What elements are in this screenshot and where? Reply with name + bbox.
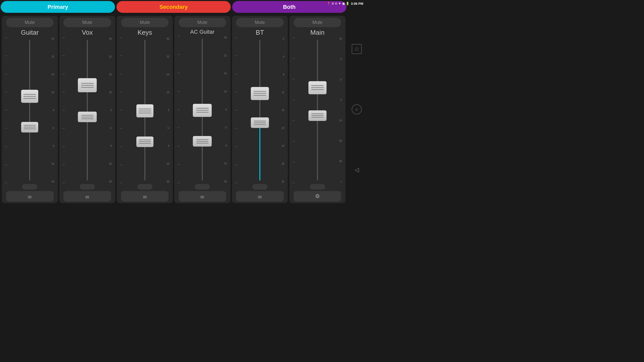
fader-handle-main-1[interactable]	[308, 81, 327, 94]
channel-bottom-guitar: ⚌	[3, 184, 56, 202]
channel-bottom-ac-guitar: ⚌	[176, 184, 229, 202]
channel-name-ac-guitar: AC Guitar	[190, 29, 215, 35]
mixer-area: Mute Guitar 40 32 24 16 8 U 8 16 30	[0, 14, 347, 205]
scale-main: 10 5 U 5 10 20 40 ∞	[339, 37, 342, 183]
fader-area-bt: U 4 8 12 16 20 24 28 32	[233, 37, 287, 183]
mute-vox[interactable]: Mute	[63, 18, 111, 27]
fader-handle-guitar-1[interactable]	[21, 90, 38, 103]
back-icon: ◁	[355, 167, 359, 173]
fader-handle-bt-2[interactable]	[251, 117, 269, 128]
channel-name-guitar: Guitar	[21, 29, 39, 36]
fader-area-keys: 40 32 24 16 8 U 8 16 30	[118, 37, 171, 183]
mixer-icon-vox: ⚌	[85, 193, 90, 199]
mixer-main[interactable]: ⚙	[294, 191, 341, 202]
scale-keys: 40 32 24 16 8 U 8 16 30	[167, 37, 169, 183]
scale-left-vox	[62, 37, 65, 183]
tab-bar: Primary Secondary Both	[0, 0, 347, 14]
nav-back-button[interactable]: ◁	[352, 165, 362, 175]
fader-handle-bt-1[interactable]	[251, 87, 269, 100]
channel-guitar: Mute Guitar 40 32 24 16 8 U 8 16 30	[2, 16, 58, 203]
channel-main: Mute Main 10 5 U 5 10 20 40 ∞	[289, 16, 345, 203]
fader-handle-vox-1[interactable]	[78, 78, 97, 92]
fader-area-vox: 40 32 24 16 8 U 8 16 30	[61, 37, 114, 183]
channel-name-bt: BT	[256, 29, 264, 36]
mixer-icon-bt: ⚌	[258, 193, 262, 199]
tab-secondary-label: Secondary	[159, 4, 188, 10]
nav-buttons: □ ○ ◁	[347, 14, 366, 205]
channel-name-vox: Vox	[82, 29, 93, 36]
scale-left-keys	[120, 37, 122, 183]
fader-track-bt	[259, 40, 260, 117]
mixer-icon-guitar: ⚌	[27, 193, 32, 199]
nav-circle-button[interactable]: ○	[352, 104, 362, 114]
channel-bottom-keys: ⚌	[118, 184, 171, 202]
square-icon: □	[355, 47, 358, 52]
fader-track-guitar	[29, 40, 30, 180]
mixer-keys[interactable]: ⚌	[121, 191, 169, 202]
mute-keys[interactable]: Mute	[121, 18, 169, 27]
fader-handle-guitar-2[interactable]	[21, 122, 38, 132]
mute-guitar[interactable]: Mute	[6, 18, 54, 27]
fader-handle-vox-2[interactable]	[78, 112, 97, 122]
channel-bottom-vox: ⚌	[61, 184, 114, 202]
scale-bt: U 4 8 12 16 20 24 28 32	[281, 37, 284, 183]
scale-left-guitar	[5, 37, 7, 183]
gear-icon: ⚙	[315, 193, 320, 200]
channel-bt: Mute BT U 4 8 12 16 20 24 28 32	[232, 16, 288, 203]
fader-handle-ac-guitar-2[interactable]	[193, 136, 212, 147]
eq-main[interactable]	[310, 184, 325, 190]
tab-primary-label: Primary	[48, 4, 68, 10]
eq-keys[interactable]	[137, 184, 152, 190]
scale-ac-guitar: 40 32 24 16 8 U 8 16 30	[224, 36, 227, 183]
fader-area-ac-guitar: 40 32 24 16 8 U 8 16 30	[176, 36, 229, 183]
scale-left-bt	[235, 37, 237, 183]
channel-bottom-bt: ⚌	[233, 184, 287, 202]
mixer-guitar[interactable]: ⚌	[6, 191, 54, 202]
mixer-vox[interactable]: ⚌	[63, 191, 111, 202]
scale-left-main	[292, 37, 295, 183]
eq-bt[interactable]	[252, 184, 267, 190]
channel-name-keys: Keys	[138, 29, 152, 36]
mixer-ac-guitar[interactable]: ⚌	[179, 191, 226, 202]
scale-left-ac-guitar	[177, 36, 180, 183]
channel-bottom-main: ⚙	[291, 184, 344, 202]
eq-ac-guitar[interactable]	[195, 184, 210, 190]
status-time: 3:06 PM	[351, 2, 363, 6]
scale-vox: 40 32 24 16 8 U 8 16 30	[109, 37, 112, 183]
mute-bt[interactable]: Mute	[236, 18, 284, 27]
channel-name-main: Main	[310, 29, 325, 36]
mixer-icon-keys: ⚌	[143, 193, 147, 199]
status-bar: 📍 ⊛ ⊖ ▼ ▣ 🔋 3:06 PM	[316, 0, 366, 7]
nav-square-button[interactable]: □	[352, 44, 362, 54]
fader-area-guitar: 40 32 24 16 8 U 8 16 30	[3, 37, 56, 183]
fader-area-main: 10 5 U 5 10 20 40 ∞	[291, 37, 344, 183]
mute-main[interactable]: Mute	[294, 18, 341, 27]
fader-handle-main-2[interactable]	[308, 110, 327, 121]
mixer-bt[interactable]: ⚌	[236, 191, 284, 202]
tab-primary[interactable]: Primary	[1, 1, 115, 13]
channel-ac-guitar: Mute AC Guitar 40 32 24 16 8 U 8 16 30	[174, 16, 230, 203]
fader-track-vox	[87, 40, 88, 180]
fader-handle-ac-guitar-1[interactable]	[193, 104, 212, 117]
fader-handle-keys-1[interactable]	[136, 104, 153, 117]
mixer-icon-ac-guitar: ⚌	[200, 193, 205, 199]
eq-guitar[interactable]	[22, 184, 37, 190]
eq-vox[interactable]	[80, 184, 95, 190]
status-icons: 📍 ⊛ ⊖ ▼ ▣ 🔋	[327, 2, 349, 5]
tab-secondary[interactable]: Secondary	[116, 1, 231, 13]
channel-vox: Mute Vox 40 32 24 16 8 U 8 16 30	[59, 16, 115, 203]
channel-keys: Mute Keys 40 32 24 16 8 U 8 16 30	[117, 16, 173, 203]
fader-handle-keys-2[interactable]	[136, 137, 153, 147]
mute-ac-guitar[interactable]: Mute	[179, 18, 226, 27]
scale-guitar: 40 32 24 16 8 U 8 16 30	[52, 37, 54, 183]
tab-both-label: Both	[283, 4, 296, 10]
circle-icon: ○	[355, 107, 358, 112]
